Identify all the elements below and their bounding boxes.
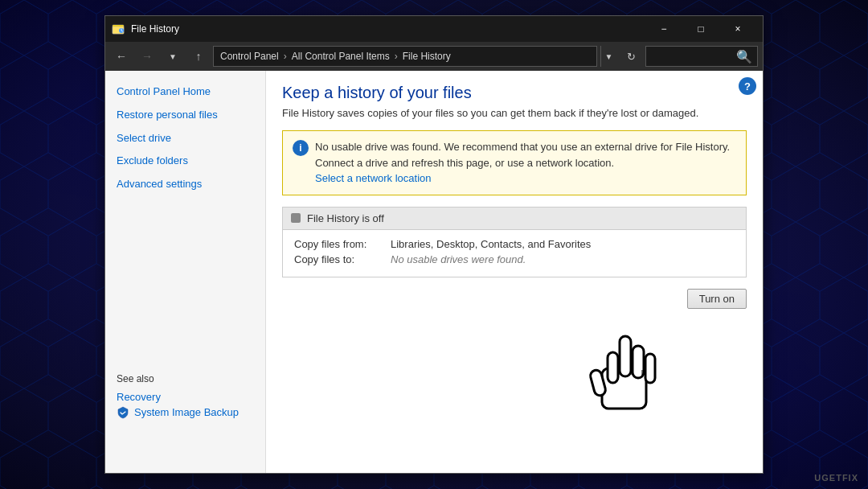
sidebar-item-control-panel-home[interactable]: Control Panel Home — [105, 80, 265, 104]
window-controls: − □ × — [645, 16, 756, 42]
sidebar-item-recovery[interactable]: Recovery — [117, 389, 254, 405]
path-segment-all-items: All Control Panel Items — [292, 51, 390, 62]
copy-from-label: Copy files from: — [294, 238, 383, 250]
address-bar: ← → ▼ ↑ Control Panel › All Control Pane… — [105, 42, 763, 71]
status-title: File History is off — [307, 212, 384, 224]
sidebar-item-system-image-backup[interactable]: System Image Backup — [117, 405, 254, 421]
page-title: Keep a history of your files — [282, 84, 747, 102]
shield-icon — [117, 406, 129, 419]
turn-on-button[interactable]: Turn on — [687, 289, 747, 309]
forward-button[interactable]: → — [136, 45, 158, 68]
search-input[interactable] — [651, 51, 733, 62]
close-button[interactable]: × — [719, 16, 756, 42]
status-body: Copy files from: Libraries, Desktop, Con… — [283, 230, 746, 277]
path-separator-2: › — [395, 51, 398, 62]
recent-locations-button[interactable]: ▼ — [162, 45, 184, 68]
main-panel: ? Keep a history of your files File Hist… — [266, 71, 763, 473]
maximize-button[interactable]: □ — [682, 16, 719, 42]
copy-to-row: Copy files to: No usable drives were fou… — [294, 253, 735, 265]
up-button[interactable]: ↑ — [187, 45, 210, 68]
copy-to-label: Copy files to: — [294, 253, 383, 265]
search-icon: 🔍 — [736, 49, 752, 64]
network-location-link[interactable]: Select a network location — [315, 172, 432, 184]
warning-text: No usable drive was found. We recommend … — [315, 139, 736, 187]
path-dropdown-button[interactable]: ▼ — [600, 46, 616, 67]
address-path[interactable]: Control Panel › All Control Panel Items … — [213, 46, 597, 67]
info-icon: i — [293, 140, 309, 156]
path-separator-1: › — [284, 51, 287, 62]
file-history-window: File History − □ × ← → ▼ ↑ Control Panel… — [104, 15, 764, 474]
title-bar: File History − □ × — [105, 16, 763, 42]
minimize-button[interactable]: − — [645, 16, 682, 42]
see-also-section: See also Recovery System Image Backup — [105, 373, 265, 421]
copy-from-value: Libraries, Desktop, Contacts, and Favori… — [391, 238, 591, 250]
sidebar: Control Panel Home Restore personal file… — [105, 71, 266, 473]
copy-to-value: No usable drives were found. — [391, 253, 526, 265]
sidebar-item-restore-files[interactable]: Restore personal files — [105, 104, 265, 127]
watermark: UGETFIX — [814, 473, 858, 483]
sidebar-item-exclude-folders[interactable]: Exclude folders — [105, 150, 265, 173]
status-header: File History is off — [283, 208, 746, 230]
path-segment-file-history: File History — [403, 51, 451, 62]
window-title: File History — [131, 23, 639, 35]
status-panel: File History is off Copy files from: Lib… — [282, 207, 747, 277]
refresh-button[interactable]: ↻ — [620, 45, 642, 68]
see-also-title: See also — [117, 373, 254, 384]
path-segment-control-panel: Control Panel — [220, 51, 279, 62]
content-area: Control Panel Home Restore personal file… — [105, 71, 763, 473]
page-subtitle: File History saves copies of your files … — [282, 107, 747, 119]
search-box: 🔍 — [645, 46, 758, 67]
sidebar-item-select-drive[interactable]: Select drive — [105, 127, 265, 150]
status-indicator — [291, 213, 301, 223]
back-button[interactable]: ← — [110, 45, 133, 68]
help-button[interactable]: ? — [739, 77, 756, 95]
warning-box: i No usable drive was found. We recommen… — [282, 130, 747, 195]
window-icon — [112, 23, 125, 35]
copy-from-row: Copy files from: Libraries, Desktop, Con… — [294, 238, 735, 250]
sidebar-item-advanced-settings[interactable]: Advanced settings — [105, 173, 265, 196]
